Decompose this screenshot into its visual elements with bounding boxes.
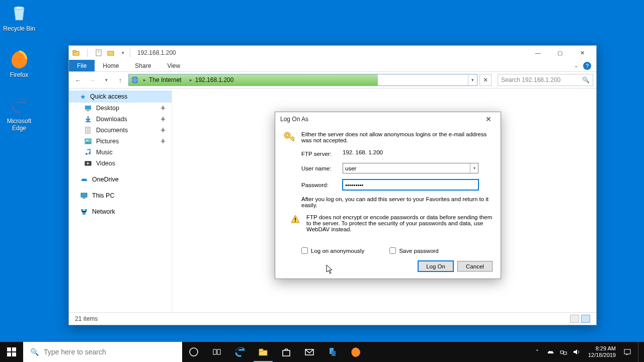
tab-share[interactable]: Share: [127, 60, 159, 71]
desktop-icon-label: Firefox: [1, 71, 37, 78]
sidebar-item-onedrive[interactable]: OneDrive: [69, 174, 172, 185]
tray-chevron-up-icon[interactable]: ˄: [533, 347, 542, 356]
svg-rect-20: [81, 209, 84, 211]
onedrive-icon: [80, 175, 88, 184]
desktop-icon-edge[interactable]: Microsoft Edge: [1, 96, 37, 132]
svg-rect-19: [83, 198, 86, 199]
sidebar-item-downloads[interactable]: Downloads: [69, 114, 172, 125]
app-icon: [72, 49, 80, 57]
thispc-icon: [80, 192, 88, 200]
taskbar-edge-icon[interactable]: [228, 342, 252, 362]
address-dropdown-icon[interactable]: ▾: [468, 74, 477, 85]
search-icon: 🔍: [30, 348, 39, 356]
view-details-button[interactable]: [570, 315, 579, 323]
chevron-right-icon: ▸: [190, 77, 192, 82]
breadcrumb-internet[interactable]: The Internet: [149, 76, 182, 83]
dialog-titlebar[interactable]: Log On As ✕: [275, 112, 501, 126]
tray-clock[interactable]: 8:29 AM 12/18/2019: [588, 345, 616, 358]
documents-icon: [84, 126, 92, 134]
videos-icon: [84, 159, 92, 167]
svg-rect-25: [295, 218, 296, 220]
svg-point-31: [190, 348, 198, 356]
system-tray: ˄ 8:29 AM 12/18/2019: [530, 342, 644, 362]
help-icon[interactable]: ?: [583, 62, 591, 70]
window-titlebar[interactable]: ▾ 192.168.1.200 — ▢ ✕: [69, 46, 596, 60]
chevron-down-icon[interactable]: ▾: [470, 163, 478, 173]
tray-network-icon[interactable]: [559, 347, 568, 356]
breadcrumb-host[interactable]: 192.168.1.200: [195, 76, 234, 83]
sidebar-item-pictures[interactable]: Pictures: [69, 136, 172, 147]
svg-point-5: [98, 51, 99, 52]
taskbar-search-input[interactable]: 🔍 Type here to search: [23, 342, 182, 362]
warning-icon: [290, 214, 300, 224]
properties-icon[interactable]: [95, 49, 103, 57]
stop-button[interactable]: ✕: [479, 74, 492, 86]
tab-file[interactable]: File: [69, 60, 95, 71]
action-center-icon[interactable]: [623, 347, 632, 356]
navigation-row: ← → ▾ ↑ ▸The Internet ▸192.168.1.200 ▾ ✕…: [69, 72, 596, 88]
address-bar[interactable]: ▸The Internet ▸192.168.1.200 ▾: [128, 74, 477, 86]
cortana-button[interactable]: [205, 342, 228, 362]
recycle-bin-icon: [9, 3, 29, 23]
taskbar-explorer-icon[interactable]: [252, 342, 275, 362]
tab-view[interactable]: View: [159, 60, 188, 71]
task-view-button[interactable]: [182, 342, 205, 362]
username-combo[interactable]: user ▾: [343, 163, 478, 173]
svg-rect-6: [108, 51, 114, 55]
file-explorer-window: ▾ 192.168.1.200 — ▢ ✕ File Home Share Vi…: [68, 45, 597, 325]
svg-rect-3: [73, 50, 76, 52]
desktop-icon-recycle-bin[interactable]: Recycle Bin: [1, 3, 37, 32]
maximize-button[interactable]: ▢: [549, 46, 571, 60]
pin-icon: [159, 105, 167, 112]
svg-rect-22: [83, 213, 86, 215]
sidebar-item-network[interactable]: Network: [69, 206, 172, 217]
sidebar-item-desktop[interactable]: Desktop: [69, 103, 172, 114]
sidebar-item-music[interactable]: Music: [69, 147, 172, 158]
nav-back-button[interactable]: ←: [72, 74, 84, 86]
minimize-button[interactable]: —: [527, 46, 549, 60]
desktop-icon-label: Microsoft Edge: [1, 118, 37, 132]
svg-rect-36: [283, 350, 290, 356]
start-button[interactable]: [0, 342, 23, 362]
dialog-message-3: FTP does not encrypt or encode passwords…: [306, 214, 493, 232]
tray-onedrive-icon[interactable]: [546, 347, 555, 356]
desktop-icon-firefox[interactable]: Firefox: [1, 49, 37, 78]
navigation-pane: ★ Quick access Desktop Downloads Documen…: [69, 88, 172, 312]
ribbon-collapse-icon[interactable]: ⌄: [574, 63, 578, 68]
svg-rect-42: [564, 352, 567, 354]
checkbox-anonymous[interactable]: Log on anonymously: [301, 247, 364, 254]
tab-home[interactable]: Home: [95, 60, 127, 71]
sidebar-item-documents[interactable]: Documents: [69, 125, 172, 136]
view-icons-button[interactable]: [581, 315, 590, 323]
qat-dropdown-icon[interactable]: ▾: [119, 49, 127, 57]
password-input[interactable]: [343, 179, 478, 190]
window-title: 192.168.1.200: [137, 49, 176, 56]
checkbox-save-password[interactable]: Save password: [389, 247, 439, 254]
taskbar-mail-icon[interactable]: [298, 342, 321, 362]
tray-volume-icon[interactable]: [572, 347, 581, 356]
ftp-server-value: 192. 168. 1.200: [343, 149, 383, 155]
nav-recent-dropdown[interactable]: ▾: [100, 74, 112, 86]
nav-up-button[interactable]: ↑: [114, 74, 126, 86]
taskbar-firefox-icon[interactable]: [344, 342, 367, 362]
close-button[interactable]: ✕: [571, 46, 593, 60]
svg-rect-26: [295, 221, 296, 222]
sidebar-quick-access[interactable]: ★ Quick access: [69, 90, 172, 103]
svg-rect-32: [213, 349, 216, 354]
dialog-close-button[interactable]: ✕: [481, 112, 496, 126]
cancel-button[interactable]: Cancel: [457, 261, 493, 272]
taskbar: 🔍 Type here to search ˄ 8:29 AM 12/18/20…: [0, 342, 644, 362]
taskbar-store-icon[interactable]: [275, 342, 298, 362]
svg-point-24: [286, 134, 288, 136]
sidebar-item-this-pc[interactable]: This PC: [69, 190, 172, 201]
taskbar-app-icon[interactable]: [321, 342, 344, 362]
new-folder-icon[interactable]: [107, 49, 115, 57]
dialog-title: Log On As: [280, 116, 308, 123]
music-icon: [84, 148, 92, 156]
search-input[interactable]: Search 192.168.1.200 🔍: [498, 74, 593, 86]
nav-forward-button[interactable]: →: [86, 74, 98, 86]
show-desktop-button[interactable]: [638, 342, 641, 362]
sidebar-item-videos[interactable]: Videos: [69, 158, 172, 169]
edge-icon: [9, 96, 29, 116]
logon-button[interactable]: Log On: [418, 261, 453, 272]
